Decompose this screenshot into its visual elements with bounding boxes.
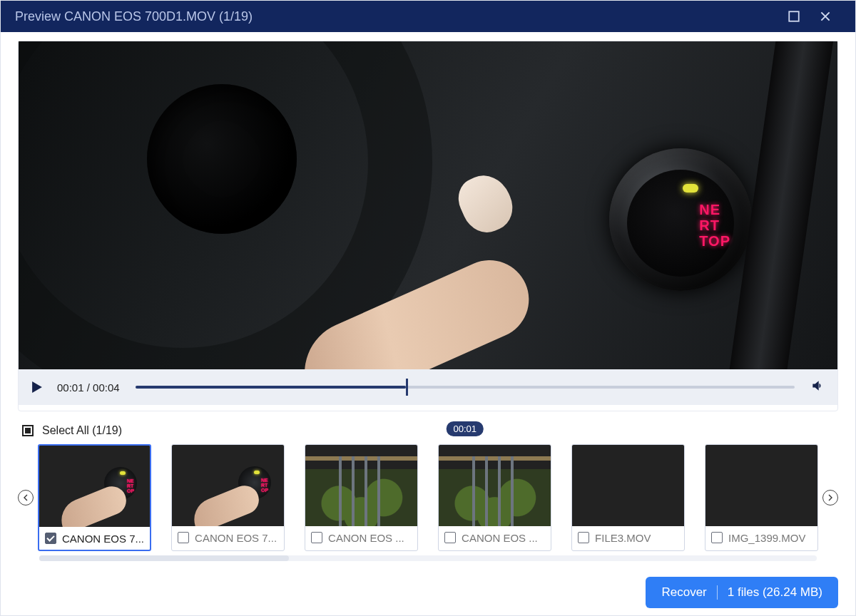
thumbnail-name: FILE3.MOV <box>595 532 651 544</box>
seek-head[interactable] <box>406 379 408 396</box>
thumbnail-name: CANON EOS ... <box>328 532 404 544</box>
engine-text-line3: TOP <box>699 233 730 249</box>
thumbnail-name: IMG_1399.MOV <box>728 532 805 544</box>
thumbnail-image: NERTOP <box>39 446 150 527</box>
engine-text-line2: RT <box>699 217 730 233</box>
thumbnail-checkbox[interactable] <box>578 532 589 543</box>
thumbnail-row: NERTOPCANON EOS 7...NERTOPCANON EOS 7...… <box>18 444 838 551</box>
thumbnail-item[interactable]: NERTOPCANON EOS 7... <box>38 444 151 551</box>
thumbnail-item[interactable]: CANON EOS ... <box>438 444 551 551</box>
select-all-row[interactable]: Select All (1/19) <box>22 424 834 437</box>
chevron-right-icon <box>827 494 834 501</box>
engine-button-led <box>683 184 698 192</box>
maximize-icon <box>788 10 800 23</box>
recover-button[interactable]: Recover 1 files (26.24 MB) <box>646 577 838 608</box>
volume-button[interactable] <box>810 379 825 396</box>
thumbnail-item[interactable]: FILE3.MOV <box>571 444 685 551</box>
thumbnail-caption: CANON EOS 7... <box>39 527 150 550</box>
thumbnail-checkbox[interactable] <box>311 532 322 543</box>
thumbnail-caption: CANON EOS 7... <box>172 526 284 549</box>
select-all-label: Select All <box>42 424 89 437</box>
current-time: 00:01 <box>57 381 84 394</box>
footer: Recover 1 files (26.24 MB) <box>18 577 838 608</box>
thumbnail-caption: CANON EOS ... <box>439 526 551 549</box>
close-button[interactable] <box>810 1 841 32</box>
thumbs-prev-button[interactable] <box>18 490 34 505</box>
thumbnail-checkbox[interactable] <box>178 532 189 543</box>
recover-label: Recover <box>661 585 706 600</box>
titlebar: Preview CANON EOS 700D1.MOV (1/19) <box>1 1 855 32</box>
thumbnail-item[interactable]: CANON EOS ... <box>305 444 418 551</box>
thumbs-scrollbar[interactable] <box>39 555 817 561</box>
seek-filled <box>136 386 406 389</box>
time-display: 00:01 / 00:04 <box>57 381 120 394</box>
volume-icon <box>810 379 825 393</box>
select-all-count: (1/19) <box>92 424 122 437</box>
cup-holder <box>147 84 297 234</box>
thumbnail-name: CANON EOS 7... <box>62 533 144 545</box>
duration-time: 00:04 <box>93 381 120 394</box>
thumbs-next-button[interactable] <box>822 490 838 505</box>
preview-window: Preview CANON EOS 700D1.MOV (1/19) NE RT <box>0 0 856 616</box>
engine-button-text: NE RT TOP <box>699 202 730 249</box>
thumbnail-checkbox[interactable] <box>711 532 723 543</box>
thumbnail-item[interactable]: NERTOPCANON EOS 7... <box>171 444 285 551</box>
seek-track[interactable]: 00:01 <box>136 386 795 389</box>
recover-summary: 1 files (26.24 MB) <box>728 585 822 600</box>
thumbnail-name: CANON EOS 7... <box>195 532 277 544</box>
thumbnail-caption: CANON EOS ... <box>305 526 417 549</box>
thumbnail-name: CANON EOS ... <box>462 532 538 544</box>
thumbnail-checkbox[interactable] <box>45 533 56 544</box>
thumbnail-image <box>439 445 551 526</box>
svg-rect-0 <box>789 11 799 21</box>
thumbnail-checkbox[interactable] <box>444 532 456 543</box>
thumbnail-caption: IMG_1399.MOV <box>705 526 817 549</box>
player-controls: 00:01 / 00:04 00:01 <box>19 369 837 405</box>
seek-tooltip: 00:01 <box>447 421 484 436</box>
chevron-left-icon <box>22 494 29 501</box>
video-scene: NE RT TOP <box>19 41 837 369</box>
close-icon <box>819 10 832 23</box>
thumbnail-image <box>705 445 817 526</box>
thumbnail-image: NERTOP <box>172 445 284 526</box>
video-panel: NE RT TOP 00:01 / 00:04 <box>18 41 838 411</box>
engine-text-line1: NE <box>699 202 730 217</box>
maximize-button[interactable] <box>778 1 810 32</box>
thumbnail-image <box>572 445 684 526</box>
thumbnail-caption: FILE3.MOV <box>572 526 684 549</box>
window-title: Preview CANON EOS 700D1.MOV (1/19) <box>15 9 778 24</box>
select-all-checkbox[interactable] <box>22 425 34 436</box>
content: NE RT TOP 00:01 / 00:04 <box>1 32 855 616</box>
thumbnail-image <box>305 445 417 526</box>
thumbnail-strip[interactable]: NERTOPCANON EOS 7...NERTOPCANON EOS 7...… <box>34 444 822 551</box>
video-frame[interactable]: NE RT TOP <box>19 41 837 369</box>
play-button[interactable] <box>31 381 43 393</box>
recover-separator <box>717 585 718 600</box>
thumbnail-item[interactable]: IMG_1399.MOV <box>705 444 818 551</box>
